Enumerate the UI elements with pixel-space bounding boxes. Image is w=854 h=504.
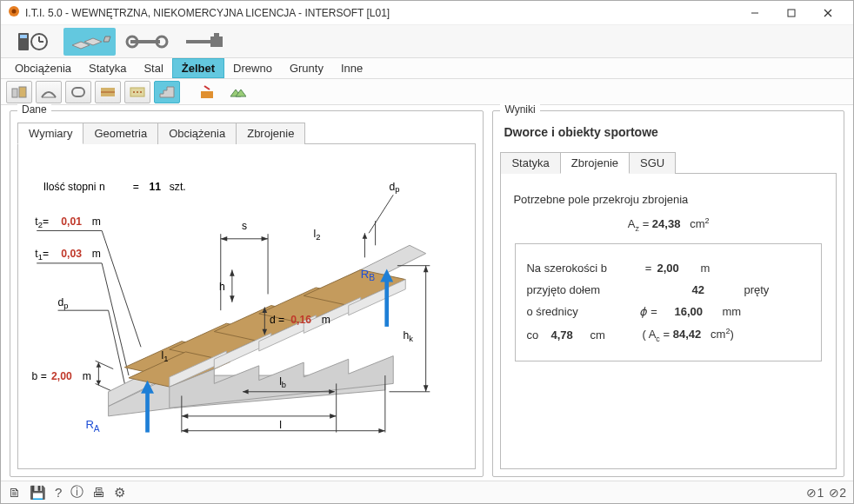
subtool-4[interactable] [95,81,121,103]
svg-text:d =: d = [270,314,284,326]
menu-obciazenia[interactable]: Obciążenia [6,58,80,78]
row-spacing: co 4,78 cm ( Ac = 84,42 cm2) [526,327,811,343]
subtool-stairs-icon[interactable] [154,81,180,103]
wyniki-tab-statyka[interactable]: Statyka [500,152,560,174]
new-doc-icon[interactable]: 🗎 [8,485,21,500]
svg-rect-16 [186,40,212,43]
dane-tab-geometria[interactable]: Geometria [83,123,158,144]
settings-icon[interactable]: ⚙ [114,485,125,501]
svg-text:l2: l2 [313,228,320,242]
menu-grunty[interactable]: Grunty [281,58,332,78]
status-indicator-1: ⊘1 [806,486,824,500]
svg-text:m: m [92,248,101,260]
wyniki-tab-sgu[interactable]: SGU [629,152,676,174]
footer-status: ⊘1 ⊘2 [806,486,846,500]
svg-text:RA: RA [85,418,99,434]
row-width: Na szerokości b = 2,00 m [526,262,811,275]
svg-text:=: = [133,181,139,193]
svg-marker-111 [182,428,188,434]
svg-text:b =: b = [32,370,47,382]
status-indicator-2: ⊘2 [829,486,846,500]
subtool-1[interactable] [6,81,32,103]
dane-tab-zbrojenie[interactable]: Zbrojenie [236,123,305,144]
svg-text:t1=: t1= [35,248,49,262]
svg-text:Ilość stopni n: Ilość stopni n [43,181,105,193]
svg-text:szt.: szt. [170,181,186,193]
svg-rect-22 [72,88,84,96]
minimize-button[interactable] [737,2,773,24]
dane-tab-wymiary[interactable]: Wymiary [17,123,83,144]
svg-point-27 [137,91,138,93]
row-bars: przyjęto dołem 42 pręty [526,283,811,296]
save-icon[interactable]: 💾 [30,485,46,501]
dane-panel-title: Dane [17,103,51,116]
footer: 🗎 💾 ? ⓘ 🖶 ⚙ ⊘1 ⊘2 [1,481,853,503]
app-window: I.T.I. 5.0 - WEWNĘTRZNA, NIEKOMERCYJNA L… [0,0,854,504]
svg-marker-90 [230,269,235,275]
dane-tab-content: Ilość stopni n = 11 szt. dp t2= 0,01 m [17,144,476,469]
menu-drewno[interactable]: Drewno [224,58,281,78]
wyniki-panel-title: Wyniki [500,103,539,116]
svg-marker-115 [424,266,429,272]
maximize-button[interactable] [773,2,810,24]
help-icon[interactable]: ? [55,485,62,500]
svg-marker-116 [424,385,429,391]
svg-marker-120 [363,233,368,239]
subtool-3[interactable] [65,81,91,103]
svg-text:m: m [322,314,330,326]
subtool-8[interactable] [224,81,250,103]
svg-text:dp: dp [390,181,400,195]
tool-pipe-wrench-icon[interactable] [178,28,230,56]
main-toolbar [1,25,853,58]
window-title: I.T.I. 5.0 - WEWNĘTRZNA, NIEKOMERCYJNA L… [25,7,737,19]
svg-line-47 [102,263,129,375]
tool-blocks-icon[interactable] [63,28,116,56]
svg-point-28 [140,91,142,93]
svg-text:11: 11 [149,181,161,193]
svg-text:m: m [92,216,101,228]
wyniki-tabs: Statyka Zbrojenie SGU [500,151,837,174]
svg-text:l: l [279,419,282,431]
menu-stal[interactable]: Stal [135,58,171,78]
menu-inne[interactable]: Inne [332,58,371,78]
stairs-diagram: Ilość stopni n = 11 szt. dp t2= 0,01 m [27,153,466,460]
subtool-7[interactable] [194,81,220,103]
info-icon[interactable]: ⓘ [70,484,83,501]
titlebar: I.T.I. 5.0 - WEWNĘTRZNA, NIEKOMERCYJNA L… [1,1,853,25]
svg-line-37 [369,195,393,233]
tool-wrench-icon[interactable] [121,28,173,56]
wyniki-heading: Dworce i obiekty sportowe [504,125,837,139]
svg-text:0,03: 0,03 [61,248,82,260]
close-button[interactable] [810,2,846,24]
svg-marker-101 [330,414,336,419]
content-area: Dane Wymiary Geometria Obciążenia Zbroje… [1,105,853,481]
result-az: Az = 24,38 cm2 [513,216,824,233]
dane-panel: Dane Wymiary Geometria Obciążenia Zbroje… [10,110,484,477]
results-box: Na szerokości b = 2,00 m przyjęto dołem … [515,243,822,361]
svg-text:hk: hk [403,329,413,343]
svg-text:0,16: 0,16 [290,314,311,326]
svg-point-26 [133,91,135,93]
svg-rect-29 [201,91,213,98]
tool-calculator-icon[interactable] [6,28,58,56]
menu-zelbet[interactable]: Żelbet [172,58,224,78]
wyniki-tab-content: Potrzebne pole przekroju zbrojenia Az = … [500,174,837,469]
svg-marker-100 [182,414,188,419]
window-buttons [737,2,846,24]
dane-tab-obciazenia[interactable]: Obciążenia [157,123,237,144]
wyniki-panel: Wyniki Dworce i obiekty sportowe Statyka… [492,110,844,477]
svg-text:2,00: 2,00 [51,370,72,382]
print-icon[interactable]: 🖶 [92,485,105,500]
svg-point-1 [12,10,17,14]
svg-rect-19 [12,89,17,97]
menu-statyka[interactable]: Statyka [80,58,135,78]
svg-text:s: s [242,220,247,232]
svg-marker-91 [230,295,235,302]
svg-rect-20 [19,87,26,97]
menubar: Obciążenia Statyka Stal Żelbet Drewno Gr… [1,58,853,79]
wyniki-tab-zbrojenie[interactable]: Zbrojenie [560,152,630,174]
svg-rect-18 [214,33,219,38]
subtool-2[interactable] [36,81,62,103]
svg-text:t2=: t2= [35,216,49,229]
subtool-5[interactable] [124,81,150,103]
